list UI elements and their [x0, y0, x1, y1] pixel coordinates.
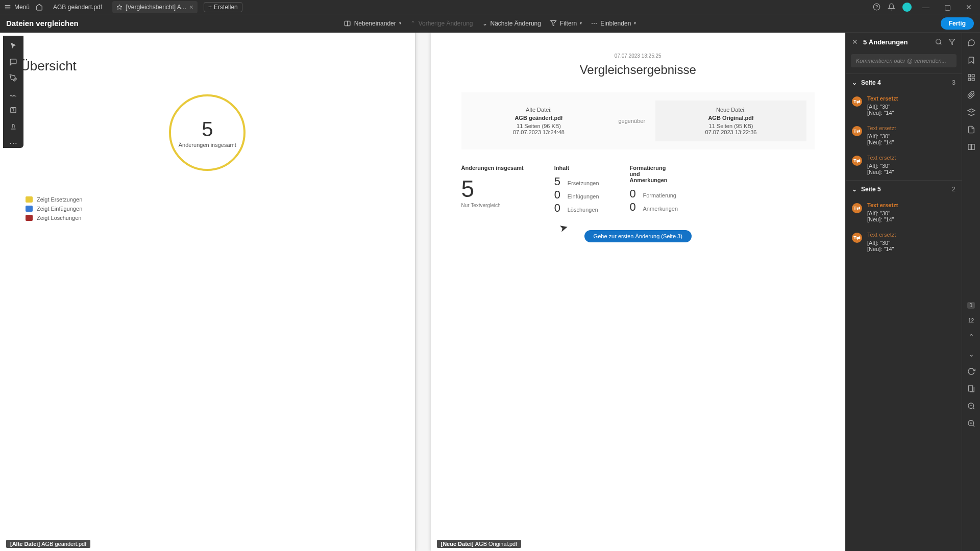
page-label: Seite 5 [861, 186, 881, 193]
svg-marker-17 [968, 109, 974, 112]
page-label: Seite 4 [861, 79, 881, 86]
tab-label: AGB geändert.pdf [53, 4, 102, 11]
change-new-value: [Neu]: "14" [867, 169, 896, 175]
legend-swatch-delete [26, 215, 33, 221]
overview-heading: Übersicht [20, 58, 395, 74]
text-icon[interactable] [9, 106, 18, 114]
results-heading: Vergleichsergebnisse [461, 63, 815, 77]
page-change-count: 3 [952, 79, 955, 86]
svg-rect-16 [968, 78, 971, 81]
left-tool-rail: ⋯ [3, 36, 23, 148]
star-icon [116, 4, 122, 10]
tab-doc-2[interactable]: [Vergleichsbericht] A... × [112, 1, 198, 13]
chevron-down-icon: ▾ [634, 21, 636, 26]
chevron-up-icon[interactable]: ⌃ [968, 333, 974, 341]
change-title: Text ersetzt [867, 202, 898, 208]
prev-change-button[interactable]: ⌃ Vorherige Änderung [410, 20, 473, 27]
highlight-icon[interactable] [9, 74, 18, 82]
change-new-value: [Neu]: "14" [867, 110, 898, 116]
page-group: ⌄ Seite 4 3 T⇄ Text ersetzt [Alt]: "30" … [846, 73, 962, 180]
change-item[interactable]: T⇄ Text ersetzt [Alt]: "30" [Neu]: "14" [846, 151, 962, 180]
filter-button[interactable]: Filtern ▾ [550, 20, 582, 27]
next-change-button[interactable]: ⌄ Nächste Änderung [482, 20, 541, 27]
panel-title: 5 Änderungen [863, 38, 930, 46]
page-group-header[interactable]: ⌄ Seite 5 2 [846, 181, 962, 198]
show-button[interactable]: ⋯ Einblenden ▾ [591, 20, 636, 27]
change-item[interactable]: T⇄ Text ersetzt [Alt]: "30" [Neu]: "14" [846, 198, 962, 228]
change-new-value: [Neu]: "14" [867, 216, 898, 222]
change-old-value: [Alt]: "30" [867, 163, 896, 169]
maximize-button[interactable]: ▢ [940, 3, 954, 11]
compare-toolbar: Dateien vergleichen Nebeneinander ▾ ⌃ Vo… [0, 14, 980, 33]
bell-icon[interactable] [888, 3, 895, 11]
replace-icon: T⇄ [852, 203, 862, 213]
help-icon[interactable] [873, 3, 880, 11]
compare-icon[interactable] [967, 143, 975, 151]
change-item[interactable]: T⇄ Text ersetzt [Alt]: "30" [Neu]: "14" [846, 91, 962, 121]
zoom-in-icon[interactable] [967, 419, 975, 428]
change-item[interactable]: T⇄ Text ersetzt [Alt]: "30" [Neu]: "14" [846, 121, 962, 151]
menu-label: Menü [14, 4, 30, 11]
stamp-icon[interactable] [9, 122, 18, 131]
chevron-down-icon: ⌄ [852, 79, 857, 86]
page-group: ⌄ Seite 5 2 T⇄ Text ersetzt [Alt]: "30" … [846, 180, 962, 257]
comment-icon[interactable] [9, 58, 18, 66]
menu-button[interactable]: Menü [4, 4, 30, 11]
change-item[interactable]: T⇄ Text ersetzt [Alt]: "30" [Neu]: "14" [846, 228, 962, 257]
close-window-button[interactable]: ✕ [962, 3, 976, 11]
home-icon[interactable] [36, 4, 43, 11]
attachment-icon[interactable] [967, 91, 975, 99]
comment-input[interactable] [851, 54, 957, 67]
new-document-pane[interactable]: 07.07.2023 13:25:25 Vergleichsergebnisse… [431, 33, 846, 551]
draw-icon[interactable] [9, 90, 18, 98]
close-icon[interactable]: × [189, 3, 193, 11]
total-changes-chart: 5 Änderungen insgesamt [169, 94, 246, 171]
avatar[interactable] [902, 3, 912, 12]
chevron-down-icon[interactable]: ⌄ [968, 350, 974, 358]
grid-icon[interactable] [967, 73, 975, 82]
svg-rect-14 [972, 74, 974, 77]
document-area: Übersicht 5 Änderungen insgesamt Zeigt E… [0, 33, 845, 551]
pages-icon[interactable] [967, 385, 975, 393]
page-title: Dateien vergleichen [6, 19, 79, 28]
total-changes-number: 5 [202, 118, 213, 141]
goto-first-change-button[interactable]: Gehe zur ersten Änderung (Seite 3) [584, 230, 692, 242]
change-title: Text ersetzt [867, 155, 896, 161]
page-total-label: 12 [968, 318, 974, 323]
columns-icon [344, 20, 351, 27]
more-tools-icon[interactable]: ⋯ [9, 138, 17, 148]
tab-label: [Vergleichsbericht] A... [126, 4, 186, 11]
change-old-value: [Alt]: "30" [867, 104, 898, 110]
filter-icon[interactable] [948, 38, 955, 45]
file-compare-box: Alte Datei: AGB geändert.pdf 11 Seiten (… [461, 92, 815, 149]
done-button[interactable]: Fertig [941, 17, 974, 30]
close-panel-icon[interactable]: ✕ [852, 38, 858, 46]
page-current-badge[interactable]: 1 [967, 302, 975, 309]
create-label: Erstellen [214, 4, 238, 11]
change-title: Text ersetzt [867, 125, 896, 131]
zoom-out-icon[interactable] [967, 402, 975, 410]
legend-swatch-insert [26, 206, 33, 212]
svg-rect-20 [968, 386, 972, 391]
minimize-button[interactable]: — [919, 3, 933, 11]
bookmark-icon[interactable] [967, 56, 975, 64]
legend: Zeigt Ersetzungen Zeigt Einfügungen Zeig… [26, 196, 395, 221]
change-new-value: [Neu]: "14" [867, 246, 896, 252]
create-button[interactable]: + Erstellen [204, 2, 242, 12]
old-document-pane[interactable]: Übersicht 5 Änderungen insgesamt Zeigt E… [0, 33, 415, 551]
right-tool-rail: 1 12 ⌃ ⌄ [962, 33, 980, 551]
document-icon[interactable] [967, 126, 975, 134]
tab-doc-1[interactable]: AGB geändert.pdf [49, 2, 106, 13]
cursor-icon[interactable] [9, 42, 18, 50]
filter-icon [550, 20, 557, 27]
replace-icon: T⇄ [852, 233, 862, 243]
old-file-badge: [Alte Datei] AGB geändert.pdf [6, 540, 90, 548]
annotations-icon[interactable] [967, 39, 975, 47]
layers-icon[interactable] [967, 108, 975, 116]
search-icon[interactable] [935, 38, 942, 45]
page-group-header[interactable]: ⌄ Seite 4 3 [846, 74, 962, 91]
side-by-side-toggle[interactable]: Nebeneinander ▾ [344, 20, 401, 27]
new-file-badge: [Neue Datei] AGB Original.pdf [437, 540, 522, 548]
legend-swatch-replace [26, 196, 33, 203]
rotate-icon[interactable] [967, 367, 975, 375]
